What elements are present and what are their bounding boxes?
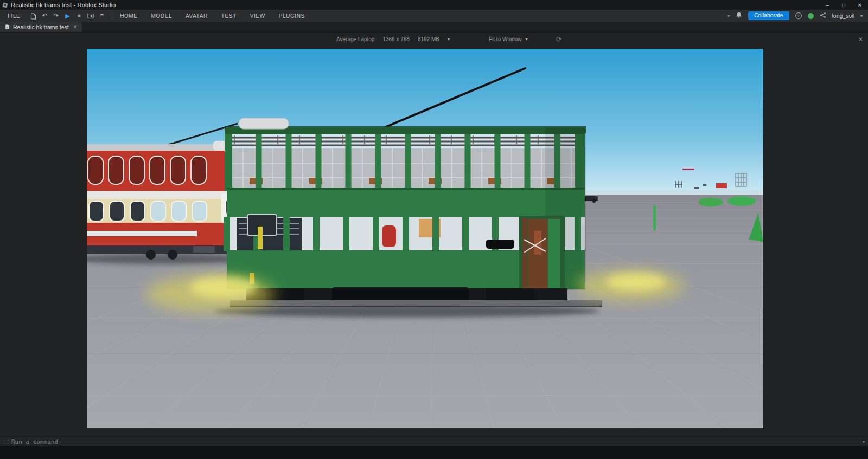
stop-button[interactable]: ■ [73, 10, 85, 22]
window-controls: – □ ✕ [819, 0, 868, 10]
roblox-studio-logo-icon [0, 2, 10, 8]
emulation-close-icon[interactable]: ✕ [859, 36, 863, 42]
game-render-frame[interactable] [87, 49, 763, 428]
redo-icon[interactable]: ↷ [50, 10, 62, 22]
menu-avatar[interactable]: AVATAR [186, 13, 208, 19]
roof-cap [239, 118, 289, 129]
destination-box [486, 240, 514, 249]
headlight-glow-left [145, 275, 276, 312]
menu-view[interactable]: VIEW [250, 13, 265, 19]
fit-mode-label: Fit to Window [489, 36, 522, 42]
command-bar: ⋮⋮ ▾ [0, 437, 868, 446]
device-memory: 8192 MB [418, 36, 439, 42]
menu-plugins[interactable]: PLUGINS [279, 13, 305, 19]
play-button[interactable]: ▶ [62, 10, 73, 22]
rear-doorway [519, 216, 565, 290]
command-bar-expand-icon[interactable]: ▾ [859, 439, 868, 444]
maximize-button[interactable]: □ [835, 0, 852, 10]
device-emulation-bar: Average Laptop 1366 x 768 8192 MB ▾ Fit … [0, 33, 868, 46]
new-file-icon[interactable] [28, 10, 39, 22]
collaborate-button[interactable]: Collaborate [748, 11, 789, 20]
menu-test[interactable]: TEST [221, 13, 237, 19]
username-label[interactable]: long_soil [832, 12, 854, 19]
menu-items: HOME MODEL AVATAR TEST VIEW PLUGINS [120, 13, 305, 19]
tab-realistic-hk-trams-test[interactable]: Realistic hk trams test ✕ [0, 22, 82, 32]
3d-scene[interactable] [87, 49, 763, 428]
user-menu-chevron-icon[interactable]: ▾ [860, 14, 863, 18]
tab-label: Realistic hk trams test [13, 24, 69, 30]
ribbon-collapse-icon[interactable]: ▾ [727, 14, 730, 18]
close-button[interactable]: ✕ [852, 0, 868, 10]
device-name: Average Laptop [336, 36, 374, 42]
menubar-right-cluster: ▾ Collaborate ? long_soil ▾ [727, 11, 868, 21]
user-status-icon[interactable] [808, 13, 814, 19]
insert-window-icon[interactable] [85, 10, 96, 22]
place-file-icon [5, 24, 10, 31]
toolbar-separator [112, 12, 112, 20]
menu-model[interactable]: MODEL [151, 13, 173, 19]
window-title: Realistic hk trams test - Roblox Studio [11, 2, 116, 8]
share-icon[interactable] [820, 11, 826, 21]
drag-grip-icon[interactable]: ⋮⋮ [0, 439, 11, 444]
passenger [382, 225, 396, 247]
fit-dropdown-chevron-icon[interactable]: ▾ [526, 37, 528, 42]
titlebar: Realistic hk trams test - Roblox Studio … [0, 0, 868, 10]
rotate-device-icon[interactable]: ⟳ [556, 35, 562, 43]
headlight-glow-right [576, 270, 685, 301]
file-menu-button[interactable]: FILE [0, 13, 28, 19]
notifications-bell-icon[interactable] [736, 11, 742, 21]
undo-icon[interactable]: ↶ [39, 10, 50, 22]
help-icon[interactable]: ? [795, 12, 802, 19]
viewport-area[interactable]: Average Laptop 1366 x 768 8192 MB ▾ Fit … [0, 33, 868, 437]
device-dropdown-chevron-icon[interactable]: ▾ [448, 37, 450, 42]
command-input[interactable] [11, 438, 859, 445]
bottom-strip [0, 446, 868, 459]
minimize-button[interactable]: – [819, 0, 835, 10]
document-tabbar: Realistic hk trams test ✕ [0, 22, 868, 33]
roblox-studio-window: Realistic hk trams test - Roblox Studio … [0, 0, 868, 459]
toolbar-overflow-icon[interactable]: ≡ [96, 10, 107, 22]
emulation-device-selector[interactable]: Average Laptop 1366 x 768 8192 MB ▾ [336, 36, 450, 42]
menubar: FILE ↶ ↷ ▶ ■ ≡ HOME MODEL AVATAR TEST VI… [0, 10, 868, 22]
device-resolution: 1366 x 768 [382, 36, 410, 42]
menu-home[interactable]: HOME [120, 13, 137, 19]
fit-mode-selector[interactable]: Fit to Window ▾ [489, 36, 528, 42]
tab-close-icon[interactable]: ✕ [73, 24, 78, 30]
